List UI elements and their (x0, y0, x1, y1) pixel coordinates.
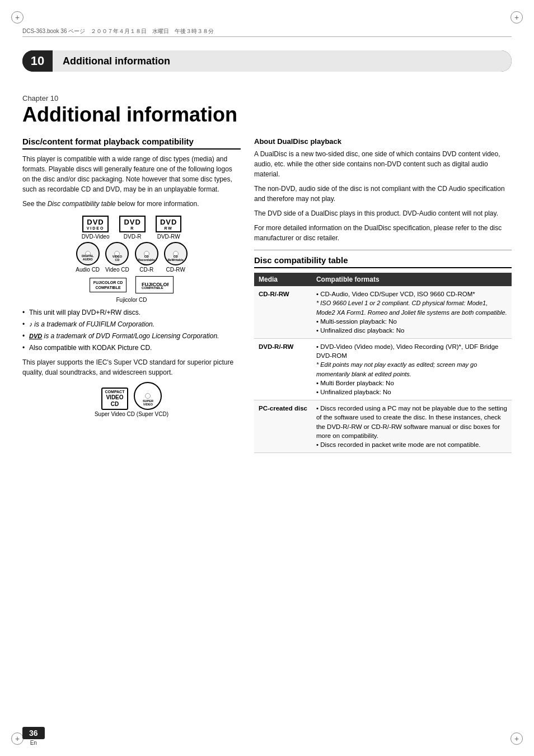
fujicolor-svg: FUJICOLOR CD COMPATIBLE (140, 279, 168, 289)
chapter-number: 10 (22, 50, 53, 72)
dvd-r-logo: DVD R DVD-R (119, 216, 145, 240)
two-column-layout: Disc/content format playback compatibili… (22, 136, 512, 722)
dual-disc-body-1: A DualDisc is a new two-sided disc, one … (254, 149, 512, 179)
compat-table: Media Compatible formats CD-R/-RW• CD-Au… (254, 273, 512, 453)
table-cell-media: CD-R/-RW (254, 286, 312, 339)
cd-rw-logo: CDReWritable CD-RW (164, 242, 188, 273)
content-area: Chapter 10 Additional information Disc/c… (22, 83, 512, 722)
table-header-row: Media Compatible formats (254, 273, 512, 286)
reg-mark-tr (510, 11, 523, 24)
super-vcd-disc-logo: SUPERVIDEO (134, 382, 162, 410)
bullet-1: This unit will play DVD+R/+RW discs. (22, 307, 241, 318)
table-row: DVD-R/-RW• DVD-Video (Video mode), Video… (254, 339, 512, 400)
dual-disc-body-2: The non-DVD, audio side of the disc is n… (254, 184, 512, 204)
svg-text:COMPATIBLE: COMPATIBLE (142, 286, 163, 289)
chapter-band-title: Additional information (63, 55, 170, 67)
dvd-video-logo: DVD VIDEO DVD-Video (82, 216, 110, 240)
table-cell-media: DVD-R/-RW (254, 339, 312, 400)
dual-disc-body-3: The DVD side of a DualDisc plays in this… (254, 208, 512, 218)
svcd-logo-row: COMPACTVIDEOCD SUPERVIDEO (22, 382, 241, 410)
dual-disc-body-4: For more detailed information on the Dua… (254, 223, 512, 243)
disc-logo-row: DIGITALAUDIO Audio CD VIDEOCD Video CD C… (22, 242, 241, 273)
audio-cd-logo: DIGITALAUDIO Audio CD (76, 242, 100, 273)
cd-r-logo: CDRecordable CD-R (135, 242, 158, 273)
left-body-3: This player supports the IEC's Super VCD… (22, 357, 241, 377)
left-body-2: See the Disc compatibility table below f… (22, 199, 241, 209)
bullet-4: Also compatible with KODAK Picture CD. (22, 343, 241, 353)
fujicolor-logo-left: FUJICOLOR CDCOMPATIBLE (90, 278, 127, 292)
video-cd-logo: VIDEOCD Video CD (105, 242, 129, 273)
table-row: CD-R/-RW• CD-Audio, Video CD/Super VCD, … (254, 286, 512, 339)
page-lang: En (30, 740, 37, 746)
left-section-heading: Disc/content format playback compatibili… (22, 136, 241, 150)
dvd-r-badge: DVD R (119, 216, 145, 232)
dvd-rw-logo: DVD RW DVD-RW (156, 216, 181, 240)
reg-mark-br (510, 732, 523, 745)
chapter-band: 10 Additional information (22, 50, 512, 72)
dual-disc-heading: About DualDisc playback (254, 137, 512, 146)
main-title: Additional information (22, 104, 512, 126)
chapter-title-band: Additional information (53, 50, 512, 72)
left-column: Disc/content format playback compatibili… (22, 136, 241, 722)
col-header-formats: Compatible formats (312, 273, 512, 286)
fujicolor-label: Fujicolor CD (22, 297, 241, 303)
right-column: About DualDisc playback A DualDisc is a … (254, 136, 512, 722)
page-number: 36 (22, 727, 45, 739)
reg-mark-tl (11, 11, 24, 24)
body2-italic: Disc compatibility table (48, 200, 116, 208)
compat-table-heading: Disc compatibility table (254, 255, 512, 269)
bullet-3: DVD is a trademark of DVD Format/Logo Li… (22, 331, 241, 341)
dvd-rw-badge: DVD RW (156, 216, 181, 232)
reg-mark-bl (11, 732, 24, 745)
bullet-list: This unit will play DVD+R/+RW discs. ♪ i… (22, 307, 241, 353)
body2-suffix: below for more information. (116, 200, 199, 208)
fujicolor-logo-right: FUJICOLOR CD COMPATIBLE (135, 276, 174, 293)
table-cell-media: PC-created disc (254, 400, 312, 452)
file-info-text: DCS-363.book 36 ページ ２００７年４月１８日 水曜日 午後３時３… (22, 27, 214, 35)
table-cell-formats: • CD-Audio, Video CD/Super VCD, ISO 9660… (312, 286, 512, 339)
bullet-2: ♪ is a trademark of FUJIFILM Corporation… (22, 319, 241, 329)
dvd-video-badge: DVD VIDEO (82, 216, 109, 232)
left-body-1: This player is compatible with a wide ra… (22, 154, 241, 194)
chapter-label: Chapter 10 (22, 94, 512, 102)
dvd-logo-row: DVD VIDEO DVD-Video DVD R DVD-R DVD RW (22, 216, 241, 240)
col-header-media: Media (254, 273, 312, 286)
svcd-label: Super Video CD (Super VCD) (22, 411, 241, 417)
body2-prefix: See the (22, 200, 48, 208)
file-info-bar: DCS-363.book 36 ページ ２００７年４月１８日 水曜日 午後３時３… (22, 27, 512, 37)
compact-video-cd-logo: COMPACTVIDEOCD (101, 388, 129, 410)
page-footer: 36 En (22, 727, 45, 746)
section-divider (254, 250, 512, 250)
table-cell-formats: • Discs recorded using a PC may not be p… (312, 400, 512, 452)
table-cell-formats: • DVD-Video (Video mode), Video Recordin… (312, 339, 512, 400)
table-row: PC-created disc• Discs recorded using a … (254, 400, 512, 452)
fujicolor-row: FUJICOLOR CDCOMPATIBLE FUJICOLOR CD COMP… (22, 276, 241, 293)
